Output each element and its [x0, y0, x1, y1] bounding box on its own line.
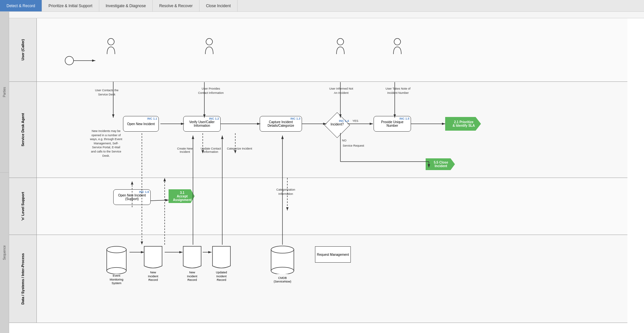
- content-area: YES NO Service Request: [9, 12, 644, 333]
- cylinder-cmdb: CMDB (ServiceNow): [269, 245, 295, 274]
- doc-new-incident-2: New Incident Record: [182, 245, 203, 271]
- diagram-scroll[interactable]: YES NO Service Request: [9, 18, 644, 333]
- lane-data: Data / Systems / Inter-Process Event Mon…: [9, 235, 627, 323]
- svg-point-42: [271, 267, 294, 274]
- label-updated-incident: Updated Incident Record: [211, 271, 232, 282]
- svg-point-38: [107, 268, 126, 274]
- person-icon-user-2: [203, 38, 215, 57]
- label-cmdb: CMDB (ServiceNow): [269, 276, 295, 284]
- person-icon-user-3: [335, 38, 346, 57]
- label-new-incident-1: New Incident Record: [143, 271, 164, 282]
- label-categorize: Categorize Incident: [226, 147, 253, 150]
- tab-detect[interactable]: Detect & Record: [0, 0, 42, 11]
- tab-resolve[interactable]: Resolve & Recover: [153, 0, 199, 11]
- ruler: [9, 12, 644, 18]
- tab-prioritize[interactable]: Prioritize & Initial Support: [42, 0, 99, 11]
- doc-new-incident-1: New Incident Record: [143, 245, 164, 271]
- diamond-incident-label: INC 1.4 Incident?: [324, 119, 350, 126]
- svg-point-34: [337, 38, 344, 45]
- lane-user: User (Caller): [9, 18, 627, 82]
- tab-close[interactable]: Close Incident: [199, 0, 238, 11]
- diagram-canvas: YES NO Service Request: [9, 18, 627, 331]
- lane-support-label: 'n' Level Support: [21, 192, 25, 221]
- note-new-incidents: New Incidents may be opened in a number …: [90, 129, 122, 158]
- note-user-takes-note: User Takes Note of Incident Number: [385, 87, 411, 95]
- label-event-monitoring: Event Monitoring System: [105, 274, 128, 285]
- arrow-close-incident: 5.5 Close Incident: [426, 158, 455, 170]
- lane-data-label: Data / Systems / Inter-Process: [21, 253, 25, 305]
- svg-point-35: [394, 38, 401, 45]
- main-area: Parties Sequence: [0, 12, 644, 333]
- label-new-incident-2: New Incident Record: [182, 271, 203, 282]
- box-verify-user: INC 1.2 Verify User/Caller Information: [183, 116, 221, 132]
- label-create-new: Create New Incident: [172, 147, 198, 153]
- sidebar-parties-label: Parties: [2, 86, 7, 98]
- box-open-new-incident: INC 1.1 Open New Incident: [123, 116, 159, 132]
- label-update-contact: Update Contact Information: [198, 147, 224, 153]
- lane-user-label: User (Caller): [21, 39, 25, 60]
- box-open-support: INC 1.6 Open New Incident (Support): [113, 189, 151, 205]
- cylinder-event-monitoring: Event Monitoring System: [105, 245, 128, 274]
- note-categorization: Categorization Information: [269, 188, 302, 196]
- arrow-prioritize-sla: 2.1 Prioritize & Identify SLA: [445, 117, 481, 131]
- note-user-provides: User Provides Contact Information: [198, 87, 224, 95]
- tab-bar: Detect & Record Prioritize & Initial Sup…: [0, 0, 644, 12]
- svg-point-41: [271, 246, 294, 253]
- tab-investigate[interactable]: Investigate & Diagnose: [99, 0, 153, 11]
- svg-point-33: [206, 38, 212, 45]
- arrow-accept-assignment: 3.1 Accept Assignment: [169, 189, 195, 203]
- person-icon-user-4: [391, 38, 403, 57]
- doc-updated-incident: Updated Incident Record: [211, 245, 232, 271]
- left-sidebar: Parties Sequence: [0, 12, 9, 333]
- svg-point-32: [108, 38, 114, 45]
- svg-point-37: [107, 246, 126, 253]
- box-provide-unique: INC 1.5 Provide Unique Number: [374, 116, 411, 132]
- lane-support: 'n' Level Support INC 1.6 Open New Incid…: [9, 178, 627, 235]
- note-user-contacts: User Contacts the Service Desk: [94, 88, 120, 96]
- box-capture-incident: INC 1.3 Capture Incident Details/Categor…: [260, 116, 302, 132]
- note-user-informed: User Informed Not An Incident: [327, 87, 355, 95]
- person-icon-user-1: [105, 38, 117, 57]
- sidebar-sequence-label: Sequence: [2, 244, 7, 261]
- lane-agent: Service Desk Agent User Contacts the Ser…: [9, 82, 627, 178]
- lane-agent-label: Service Desk Agent: [21, 113, 25, 146]
- box-request-mgmt: Request Management: [315, 246, 351, 263]
